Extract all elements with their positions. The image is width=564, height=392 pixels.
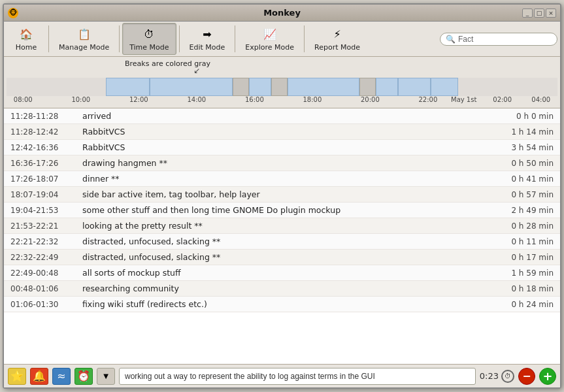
entry-duration: 3 h 54 min (495, 140, 560, 155)
window-controls: _ □ × (522, 8, 556, 18)
search-box: 🔍 (440, 33, 557, 46)
entry-duration: 2 h 49 min (495, 203, 560, 218)
manage-label: Manage Mode (59, 43, 109, 52)
entry-time: 16:36-17:26 (4, 155, 76, 171)
search-icon: 🔍 (446, 35, 456, 44)
entry-activity: RabbitVCS (76, 140, 495, 155)
entry-time: 22:21-22:32 (4, 234, 76, 250)
current-activity-input[interactable] (119, 368, 476, 385)
timeline-label-0: 08:00 (14, 96, 33, 103)
timeline-block-4 (271, 78, 288, 96)
entry-activity: distracted, unfocused, slacking ** (76, 250, 495, 265)
table-row: 11:28-12:42 RabbitVCS 1 h 14 min (4, 124, 560, 140)
entry-time: 22:32-22:49 (4, 250, 76, 265)
dropdown-button[interactable]: ▼ (97, 368, 115, 385)
entry-activity: RabbitVCS (76, 124, 495, 140)
entry-activity: some other stuff and then long time GNOM… (76, 203, 495, 218)
timeline-block-7 (376, 78, 398, 96)
entry-time: 11:28-11:28 (4, 108, 76, 124)
timeline-label-7: 22:00 (418, 96, 437, 103)
timer-value: 0:23 (480, 371, 499, 381)
timeline-label-5: 18:00 (303, 96, 322, 103)
entry-time: 18:07-19:04 (4, 187, 76, 203)
entry-time: 22:49-00:48 (4, 265, 76, 281)
timeline-blocks-row[interactable] (7, 78, 557, 96)
minimize-button[interactable]: _ (522, 8, 533, 18)
content-area[interactable]: 11:28-11:28 arrived 0 h 0 min 11:28-12:4… (4, 108, 560, 364)
timeline-label-3: 14:00 (187, 96, 206, 103)
explore-mode-button[interactable]: 📈 Explore Mode (238, 23, 301, 55)
table-row: 16:36-17:26 drawing hangmen ** 0 h 50 mi… (4, 155, 560, 171)
entry-time: 11:28-12:42 (4, 124, 76, 140)
table-row: 17:26-18:07 dinner ** 0 h 41 min (4, 171, 560, 187)
timeline-label-2: 12:00 (129, 96, 148, 103)
entry-duration: 1 h 59 min (495, 265, 560, 281)
entry-duration: 0 h 57 min (495, 187, 560, 203)
toolbar-sep-2 (119, 25, 120, 52)
maximize-button[interactable]: □ (534, 8, 544, 18)
timeline-block-9 (431, 78, 458, 96)
entry-time: 00:48-01:06 (4, 281, 76, 297)
table-row: 18:07-19:04 side bar active item, tag to… (4, 187, 560, 203)
entry-time: 21:53-22:21 (4, 218, 76, 234)
entry-time: 12:42-16:36 (4, 140, 76, 155)
entry-activity: drawing hangmen ** (76, 155, 495, 171)
clock-button[interactable]: ⏰ (75, 368, 93, 385)
toolbar-sep-3 (179, 25, 180, 52)
entry-activity: fixing wiki stuff (redirects etc.) (76, 297, 495, 312)
edit-icon: ➡ (199, 26, 215, 42)
timeline-block-3 (249, 78, 271, 96)
timeline-label-4: 16:00 (245, 96, 264, 103)
report-icon: ⚡ (329, 26, 345, 42)
manage-icon: 📋 (76, 26, 92, 42)
time-label: Time Mode (129, 43, 169, 52)
table-row: 22:49-00:48 all sorts of mockup stuff 1 … (4, 265, 560, 281)
home-button[interactable]: 🏠 Home (7, 23, 46, 55)
entry-duration: 0 h 24 min (495, 297, 560, 312)
entry-time: 01:06-01:30 (4, 297, 76, 312)
timeline-label-8: 02:00 (493, 96, 512, 103)
annotation-arrow: ↙ (193, 66, 200, 75)
edit-mode-button[interactable]: ➡ Edit Mode (182, 23, 233, 55)
table-row: 22:32-22:49 distracted, unfocused, slack… (4, 250, 560, 265)
entry-activity: looking at the pretty result ** (76, 218, 495, 234)
entry-activity: arrived (76, 108, 495, 124)
close-button[interactable]: × (546, 8, 556, 18)
alert-button[interactable]: 🔔 (30, 368, 48, 385)
table-row: 11:28-11:28 arrived 0 h 0 min (4, 108, 560, 124)
timeline-label-9: 04:00 (531, 96, 550, 103)
entry-activity: researching community (76, 281, 495, 297)
manage-mode-button[interactable]: 📋 Manage Mode (52, 23, 116, 55)
entry-duration: 0 h 41 min (495, 171, 560, 187)
table-row: 21:53-22:21 looking at the pretty result… (4, 218, 560, 234)
time-icon: ⏱ (141, 26, 157, 42)
toolbar: 🏠 Home 📋 Manage Mode ⏱ Time Mode ➡ Edit … (4, 22, 560, 57)
table-row: 19:04-21:53 some other stuff and then lo… (4, 203, 560, 218)
explore-label: Explore Mode (245, 43, 294, 52)
table-row: 22:21-22:32 distracted, unfocused, slack… (4, 234, 560, 250)
search-input[interactable] (458, 35, 550, 44)
activity-button[interactable]: ≈ (52, 368, 71, 385)
toolbar-sep-1 (48, 25, 49, 52)
home-icon: 🏠 (18, 26, 34, 42)
report-mode-button[interactable]: ⚡ Report Mode (307, 23, 367, 55)
toolbar-sep-4 (235, 25, 235, 52)
time-mode-button[interactable]: ⏱ Time Mode (122, 23, 176, 55)
entry-activity: dinner ** (76, 171, 495, 187)
table-row: 01:06-01:30 fixing wiki stuff (redirects… (4, 297, 560, 312)
stop-button[interactable]: − (518, 368, 535, 385)
entry-activity: side bar active item, tag toolbar, help … (76, 187, 495, 203)
report-label: Report Mode (314, 43, 360, 52)
edit-label: Edit Mode (190, 43, 225, 52)
timeline-label-may: May 1st (451, 96, 476, 103)
add-button[interactable]: + (539, 368, 556, 385)
timeline-label-1: 10:00 (71, 96, 90, 103)
main-window: 🐵 Monkey _ □ × 🏠 Home 📋 Manage Mode ⏱ Ti… (3, 3, 561, 389)
timeline-block-8 (398, 78, 431, 96)
star-button[interactable]: ⭐ (8, 368, 26, 385)
table-row: 12:42-16:36 RabbitVCS 3 h 54 min (4, 140, 560, 155)
timeline-container: Breaks are colored gray ↙ 08:00 10:00 12… (4, 57, 560, 108)
entry-activity: all sorts of mockup stuff (76, 265, 495, 281)
entry-duration: 1 h 14 min (495, 124, 560, 140)
entry-duration: 0 h 11 min (495, 234, 560, 250)
